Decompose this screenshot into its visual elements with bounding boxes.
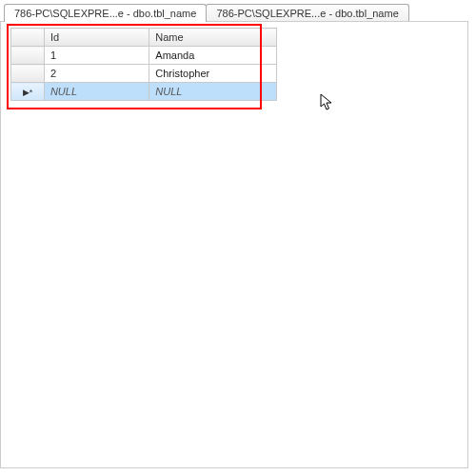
cell-name-new[interactable]: NULL xyxy=(149,83,277,101)
tab-inactive[interactable]: 786-PC\SQLEXPRE...e - dbo.tbl_name xyxy=(206,4,408,22)
table-row[interactable]: 1 Amanda xyxy=(11,47,277,65)
table-row[interactable]: 2 Christopher xyxy=(11,65,277,83)
data-grid[interactable]: Id Name 1 Amanda 2 Christopher ▶* xyxy=(10,28,277,101)
cell-id-new[interactable]: NULL xyxy=(44,83,149,101)
tab-active[interactable]: 786-PC\SQLEXPRE...e - dbo.tbl_name xyxy=(4,4,207,22)
null-value: NULL xyxy=(155,86,182,97)
row-selector[interactable] xyxy=(11,65,45,83)
cell-id[interactable]: 1 xyxy=(44,47,149,65)
data-grid-container: Id Name 1 Amanda 2 Christopher ▶* xyxy=(1,22,268,101)
cell-name[interactable]: Amanda xyxy=(149,47,277,65)
new-row[interactable]: ▶* NULL NULL xyxy=(11,83,277,101)
row-selector-new[interactable]: ▶* xyxy=(11,83,45,101)
row-selector[interactable] xyxy=(11,47,45,65)
editor-pane: Id Name 1 Amanda 2 Christopher ▶* xyxy=(0,21,468,468)
cell-id[interactable]: 2 xyxy=(44,65,149,83)
column-header-id[interactable]: Id xyxy=(44,29,149,47)
row-header-corner xyxy=(11,29,45,47)
tab-bar: 786-PC\SQLEXPRE...e - dbo.tbl_name 786-P… xyxy=(0,0,476,22)
column-header-name[interactable]: Name xyxy=(149,29,277,47)
null-value: NULL xyxy=(50,86,77,97)
header-row: Id Name xyxy=(11,29,277,47)
cell-name[interactable]: Christopher xyxy=(149,65,277,83)
new-row-indicator-icon: ▶* xyxy=(23,89,33,97)
